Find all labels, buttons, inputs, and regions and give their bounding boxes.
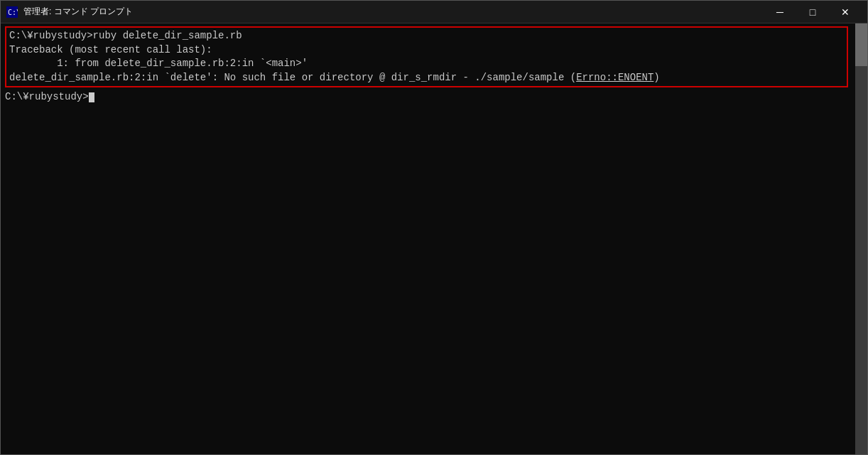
cursor [89, 92, 94, 102]
scrollbar[interactable] [855, 23, 867, 454]
terminal-content[interactable]: C:\¥rubystudy>ruby delete_dir_sample.rb … [1, 23, 855, 454]
from-line: 1: from delete_dir_sample.rb:2:in `<main… [9, 57, 844, 71]
title-bar: C:\ 管理者: コマンド プロンプト ─ □ ✕ [1, 1, 867, 23]
command-line: C:\¥rubystudy>ruby delete_dir_sample.rb [9, 29, 844, 43]
window-title: 管理者: コマンド プロンプト [23, 6, 764, 18]
terminal-body: C:\¥rubystudy>ruby delete_dir_sample.rb … [1, 23, 867, 454]
window: C:\ 管理者: コマンド プロンプト ─ □ ✕ C:\¥rubystudy>… [0, 0, 868, 455]
cmd-icon: C:\ [6, 6, 18, 18]
close-button[interactable]: ✕ [829, 1, 862, 23]
errno-link: Errno::ENOENT [576, 72, 653, 83]
error-block: C:\¥rubystudy>ruby delete_dir_sample.rb … [5, 26, 848, 87]
scrollbar-thumb[interactable] [855, 23, 867, 66]
maximize-button[interactable]: □ [796, 1, 829, 23]
minimize-button[interactable]: ─ [764, 1, 796, 23]
traceback-line: Traceback (most recent call last): [9, 43, 844, 58]
window-controls: ─ □ ✕ [764, 1, 862, 23]
svg-text:C:\: C:\ [8, 9, 18, 16]
prompt-line: C:\¥rubystudy> [5, 90, 851, 105]
error-line: delete_dir_sample.rb:2:in `delete': No s… [9, 71, 844, 85]
